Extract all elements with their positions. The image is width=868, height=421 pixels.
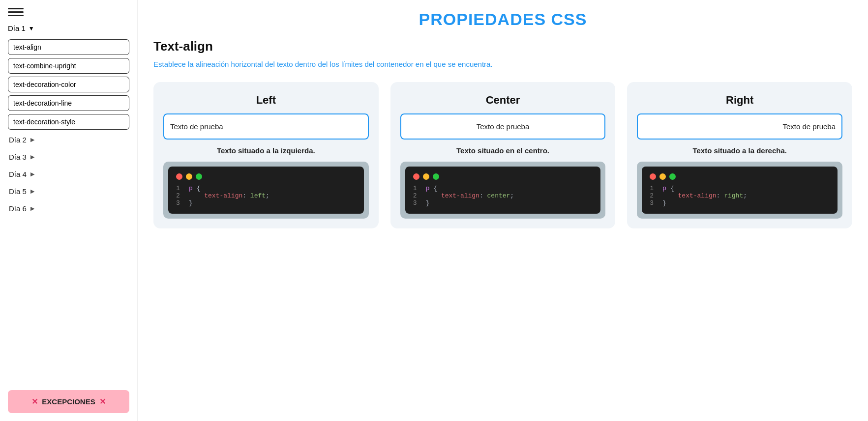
btn-text-decoration-line[interactable]: text-decoration-line [8, 95, 129, 111]
card-right-title: Right [637, 94, 842, 107]
x-right-icon: ✕ [99, 397, 106, 406]
code-block-right: 1 p { 2 text-align: right; 3 } [642, 167, 838, 214]
tl-yellow [186, 173, 192, 180]
day5-label: Día 5 [9, 187, 27, 196]
tl-green [669, 173, 676, 180]
hamburger-menu[interactable] [8, 8, 24, 16]
card-right: Right Texto de prueba Texto situado a la… [627, 82, 852, 228]
demo-box-left: Texto de prueba [163, 113, 369, 140]
sidebar-item-day4[interactable]: Día 4 ▶ [8, 167, 129, 181]
card-center: Center Texto de prueba Texto situado en … [390, 82, 616, 228]
arrow-icon: ▶ [30, 137, 34, 143]
code-line-1: 1 p { [650, 185, 830, 192]
sidebar-item-day3[interactable]: Día 3 ▶ [8, 150, 129, 164]
tl-red [176, 173, 182, 180]
sidebar-item-day6[interactable]: Día 6 ▶ [8, 201, 129, 216]
demo-desc-center: Texto situado en el centro. [400, 146, 606, 155]
code-line-1: 1 p { [413, 185, 593, 192]
sidebar: Día 1 ▼ text-align text-combine-upright … [0, 0, 138, 421]
code-line-3: 3 } [176, 199, 356, 207]
btn-text-combine-upright[interactable]: text-combine-upright [8, 58, 129, 74]
day1-selector[interactable]: Día 1 ▼ [8, 24, 129, 32]
demo-box-right: Texto de prueba [637, 113, 842, 140]
x-left-icon: ✕ [31, 397, 38, 406]
btn-text-decoration-color[interactable]: text-decoration-color [8, 77, 129, 92]
day3-label: Día 3 [9, 153, 27, 161]
page-title: PROPIEDADES CSS [153, 10, 852, 29]
chevron-down-icon: ▼ [29, 25, 34, 32]
card-center-title: Center [400, 94, 606, 107]
code-block-center: 1 p { 2 text-align: center; 3 } [405, 167, 601, 214]
code-wrapper-right: 1 p { 2 text-align: right; 3 } [637, 162, 842, 219]
day6-label: Día 6 [9, 204, 27, 213]
exceptions-label: EXCEPCIONES [42, 397, 95, 406]
btn-text-align[interactable]: text-align [8, 39, 129, 55]
code-line-2: 2 text-align: left; [176, 192, 356, 199]
arrow-icon: ▶ [30, 188, 34, 195]
code-block-left: 1 p { 2 text-align: left; 3 } [168, 167, 364, 214]
demo-box-center: Texto de prueba [400, 113, 606, 140]
arrow-icon: ▶ [30, 154, 34, 160]
tl-yellow [659, 173, 666, 180]
demo-desc-left: Texto situado a la izquierda. [163, 146, 369, 155]
sidebar-item-day2[interactable]: Día 2 ▶ [8, 133, 129, 147]
section-title: Text-align [153, 39, 852, 54]
main-content: PROPIEDADES CSS Text-align Establece la … [138, 0, 868, 421]
sidebar-item-day5[interactable]: Día 5 ▶ [8, 184, 129, 198]
traffic-lights-center [413, 173, 593, 180]
code-line-3: 3 } [413, 199, 593, 207]
tl-green [196, 173, 202, 180]
cards-row: Left Texto de prueba Texto situado a la … [153, 82, 852, 228]
arrow-icon: ▶ [30, 205, 34, 212]
section-description: Establece la alineación horizontal del t… [153, 59, 852, 70]
code-wrapper-left: 1 p { 2 text-align: left; 3 } [163, 162, 369, 219]
card-left: Left Texto de prueba Texto situado a la … [153, 82, 379, 228]
day4-label: Día 4 [9, 170, 27, 178]
code-line-1: 1 p { [176, 185, 356, 192]
tl-green [433, 173, 439, 180]
demo-desc-right: Texto situado a la derecha. [637, 146, 842, 155]
code-line-3: 3 } [650, 199, 830, 207]
tl-red [413, 173, 419, 180]
traffic-lights-left [176, 173, 356, 180]
btn-text-decoration-style[interactable]: text-decoration-style [8, 114, 129, 130]
day2-label: Día 2 [9, 136, 27, 144]
tl-yellow [423, 173, 429, 180]
code-line-2: 2 text-align: right; [650, 192, 830, 199]
traffic-lights-right [650, 173, 830, 180]
arrow-icon: ▶ [30, 171, 34, 177]
code-wrapper-center: 1 p { 2 text-align: center; 3 } [400, 162, 606, 219]
tl-red [650, 173, 656, 180]
day1-label: Día 1 [8, 24, 26, 32]
card-left-title: Left [163, 94, 369, 107]
code-line-2: 2 text-align: center; [413, 192, 593, 199]
exceptions-button[interactable]: ✕ EXCEPCIONES ✕ [8, 390, 129, 413]
